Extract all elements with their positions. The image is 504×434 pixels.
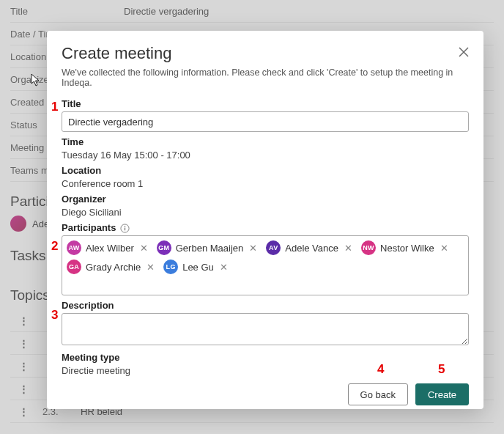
- remove-participant-icon[interactable]: ✕: [138, 243, 149, 254]
- participant-chip: AVAdele Vance✕: [266, 240, 354, 255]
- remove-participant-icon[interactable]: ✕: [343, 243, 354, 254]
- participant-chip: AWAlex Wilber✕: [67, 240, 149, 255]
- participant-name: Grady Archie: [86, 262, 141, 273]
- participant-name: Adele Vance: [285, 243, 338, 254]
- remove-participant-icon[interactable]: ✕: [248, 243, 259, 254]
- description-textarea[interactable]: [62, 313, 469, 345]
- modal-title: Create meeting: [62, 44, 171, 63]
- info-icon[interactable]: [120, 224, 130, 233]
- title-field-label: Title: [62, 98, 469, 109]
- organizer-field-value: Diego Siciliani: [62, 207, 469, 218]
- remove-participant-icon[interactable]: ✕: [145, 262, 156, 273]
- create-button[interactable]: Create: [415, 383, 469, 405]
- avatar: AV: [266, 240, 281, 255]
- avatar: GA: [67, 260, 81, 274]
- avatar: AW: [67, 240, 81, 255]
- location-field-value: Conference room 1: [62, 178, 469, 189]
- description-field-label: Description: [62, 300, 469, 311]
- organizer-field-label: Organizer: [62, 194, 469, 205]
- participant-name: Alex Wilber: [86, 243, 134, 254]
- svg-rect-4: [125, 228, 125, 231]
- participant-name: Gerben Maaijen: [176, 243, 244, 254]
- create-meeting-modal: Create meeting We've collected the follo…: [47, 31, 483, 409]
- participants-input[interactable]: AWAlex Wilber✕GMGerben Maaijen✕AVAdele V…: [62, 235, 469, 295]
- goback-button[interactable]: Go back: [348, 383, 408, 405]
- meetingtype-field-label: Meeting type: [62, 352, 469, 363]
- title-input[interactable]: [62, 111, 469, 132]
- participant-chip: GAGrady Archie✕: [67, 260, 156, 274]
- svg-point-3: [125, 226, 126, 227]
- avatar: GM: [157, 240, 171, 255]
- remove-participant-icon[interactable]: ✕: [218, 262, 229, 273]
- meetingtype-field-value: Directie meeting: [62, 365, 469, 376]
- location-field-label: Location: [62, 165, 469, 176]
- participant-name: Nestor Wilke: [380, 243, 434, 254]
- participant-chip: LGLee Gu✕: [163, 260, 229, 274]
- time-field-value: Tuesday 16 May 15:00 - 17:00: [62, 150, 469, 161]
- close-icon[interactable]: [459, 47, 469, 57]
- time-field-label: Time: [62, 136, 469, 147]
- avatar: NW: [361, 240, 376, 255]
- participants-label-text: Participants: [62, 222, 116, 233]
- participant-name: Lee Gu: [182, 262, 214, 273]
- participant-chip: GMGerben Maaijen✕: [157, 240, 259, 255]
- avatar: LG: [163, 260, 178, 274]
- participants-field-label: Participants: [62, 222, 469, 233]
- remove-participant-icon[interactable]: ✕: [439, 243, 450, 254]
- participant-chip: NWNestor Wilke✕: [361, 240, 450, 255]
- modal-subtitle: We've collected the following informatio…: [62, 67, 469, 88]
